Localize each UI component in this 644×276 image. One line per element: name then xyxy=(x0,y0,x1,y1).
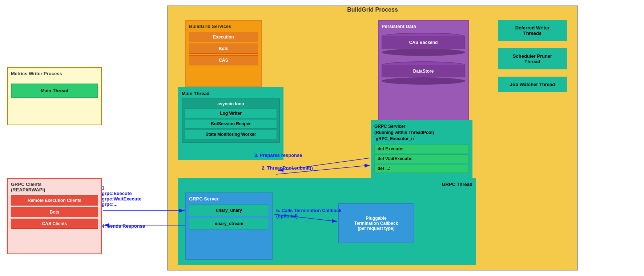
service-cas: CAS xyxy=(189,55,258,65)
arrow4-label: 4. Sends Response xyxy=(102,223,145,229)
main-thread-label: Main Thread xyxy=(182,91,280,96)
metrics-writer-box: Metrics Writer Process Main Thread xyxy=(7,67,102,125)
def-dots: def ...: xyxy=(374,164,469,173)
arrow5-label: 5. Calls Termination Callback(optional) xyxy=(276,208,342,219)
grpc-client-item-remote: Remote Execution Clients xyxy=(11,195,98,206)
metrics-main-thread-text: Main Thread xyxy=(41,88,69,93)
state-monitoring-worker: State Monitoring Worker xyxy=(185,130,277,139)
grpc-clients-box: GRPC Clients (REAPI/RWAPI) Remote Execut… xyxy=(7,178,102,254)
right-threads-area: Deferred Writer Threads Scheduler Pruner… xyxy=(498,20,567,100)
unary-unary: unary_unary xyxy=(189,204,269,216)
persistent-data-label: Persistent Data xyxy=(382,24,465,29)
grpc-client-item-cas: CAS Clients xyxy=(11,219,98,229)
buildgrid-process-label: BuildGrid Process xyxy=(167,7,578,13)
datastore-wrapper: DataStore xyxy=(382,61,465,85)
arrow2-label: 2. ThreadPool.submit() xyxy=(262,165,313,171)
grpc-servicer-label: GRPC Servicer (Running within ThreadPool… xyxy=(374,123,469,142)
grpc-client-item-bots: Bots xyxy=(11,207,98,217)
botsession-reaper: BotSession Reaper xyxy=(185,119,277,129)
buildgrid-services-label: BuildGrid Services xyxy=(189,24,258,29)
ds-cylinder-bottom xyxy=(382,77,465,85)
service-execution: Execution xyxy=(189,32,258,42)
buildgrid-services-box: BuildGrid Services Execution Bots CAS xyxy=(185,20,262,87)
cas-backend-label: CAS Backend xyxy=(382,36,465,49)
cas-cylinder-bottom xyxy=(382,49,465,56)
asyncio-label: asyncio loop xyxy=(185,101,277,106)
def-execute: def Execute: xyxy=(374,145,469,153)
grpc-server-box: GRPC Server unary_unary unary_stream xyxy=(185,192,273,260)
def-waitexecute: def WaitExecute: xyxy=(374,154,469,163)
metrics-main-thread-box: Main Thread xyxy=(11,84,98,98)
unary-stream: unary_stream xyxy=(189,218,269,230)
grpc-thread-label: GRPC Thread xyxy=(182,182,472,187)
metrics-writer-label: Metrics Writer Process xyxy=(11,71,98,76)
main-thread-outer: Main Thread asyncio loop Log Writer BotS… xyxy=(178,87,283,160)
pluggable-box: Pluggable Termination Callback (per requ… xyxy=(338,203,414,243)
grpc-server-label: GRPC Server xyxy=(189,196,269,202)
log-writer: Log Writer xyxy=(185,109,277,118)
diagram-root: BuildGrid Process Metrics Writer Process… xyxy=(0,0,644,276)
scheduler-pruner-thread: Scheduler Pruner Thread xyxy=(498,48,567,69)
grpc-clients-label: GRPC Clients (REAPI/RWAPI) xyxy=(11,182,98,192)
pluggable-label: Pluggable Termination Callback (per requ… xyxy=(354,216,398,231)
arrow3-label: 3. Prepares response xyxy=(254,153,302,158)
deferred-writer-threads: Deferred Writer Threads xyxy=(498,20,567,41)
asyncio-loop-box: asyncio loop Log Writer BotSession Reape… xyxy=(182,98,280,143)
job-watcher-thread: Job Watcher Thread xyxy=(498,77,567,92)
cas-backend-wrapper: CAS Backend xyxy=(382,33,465,56)
arrow1-label: 1. 1. grpc:Execute grpc:WaitExecute grpc… xyxy=(102,185,141,207)
service-bots: Bots xyxy=(189,44,258,54)
datastore-label: DataStore xyxy=(382,65,465,77)
